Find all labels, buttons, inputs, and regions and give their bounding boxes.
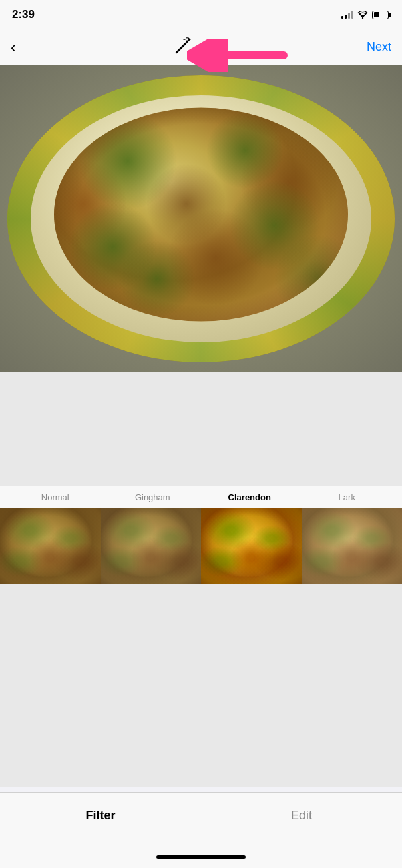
status-bar: 2:39: [0, 0, 402, 29]
filter-strip: Normal Gingham Clarendon Lark: [0, 486, 402, 584]
download-svg: [211, 37, 228, 55]
back-button[interactable]: ‹: [11, 35, 21, 59]
gray-separator: [0, 372, 402, 486]
bottom-gray-area: [0, 584, 402, 787]
edit-tab[interactable]: Edit: [201, 809, 402, 823]
filter-tab[interactable]: Filter: [0, 809, 201, 823]
filter-thumb-gingham[interactable]: [101, 508, 202, 584]
svg-line-2: [186, 39, 190, 43]
wifi-icon: [357, 11, 368, 19]
food-scene: [0, 65, 402, 372]
svg-line-1: [176, 43, 186, 53]
toolbar-left: ‹: [11, 35, 21, 59]
filter-thumb-normal[interactable]: [0, 508, 101, 584]
filter-thumb-clarendon[interactable]: [201, 508, 302, 584]
filter-label-normal[interactable]: Normal: [7, 492, 104, 508]
svg-point-0: [362, 17, 363, 19]
filter-thumbnails: [0, 508, 402, 584]
filter-labels: Normal Gingham Clarendon Lark: [0, 492, 402, 508]
status-icons: [341, 11, 389, 19]
magic-wand-icon[interactable]: [174, 37, 192, 58]
filter-label-clarendon[interactable]: Clarendon: [201, 492, 298, 508]
bottom-tabs: Filter Edit: [0, 792, 402, 845]
toolbar: ‹ Next: [0, 29, 402, 65]
toolbar-center: [174, 37, 228, 58]
filter-thumb-lark[interactable]: [302, 508, 403, 584]
magic-wand-svg: [174, 37, 192, 55]
home-indicator: [0, 845, 402, 868]
filter-label-gingham[interactable]: Gingham: [104, 492, 202, 508]
home-bar: [156, 855, 246, 859]
status-time: 2:39: [12, 8, 35, 21]
signal-icon: [341, 11, 353, 19]
next-button[interactable]: Next: [367, 40, 391, 54]
battery-icon: [372, 11, 389, 19]
filter-label-lark[interactable]: Lark: [298, 492, 396, 508]
download-icon[interactable]: [211, 37, 228, 57]
main-photo: [0, 65, 402, 372]
